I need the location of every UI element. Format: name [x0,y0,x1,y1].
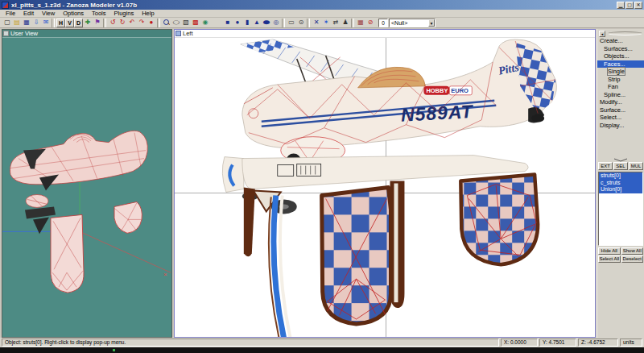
menu-file[interactable]: File [2,10,19,18]
application-window: xl_pitts_s_1.z3d - Zanoza Modeler v1.07b… [0,0,644,353]
ellipse-icon[interactable]: ◯ [171,19,181,25]
maximize-button[interactable]: ▢ [625,2,634,9]
panel-handle[interactable]: ◂ [597,30,644,37]
tree-item-fan[interactable]: Fan [597,83,644,91]
hide-button[interactable]: H [56,19,65,27]
disc-primitive-icon[interactable]: ⬤ [262,19,271,25]
tree-item-create[interactable]: Create... [597,37,644,45]
title-bar[interactable]: xl_pitts_s_1.z3d - Zanoza Modeler v1.07b… [0,0,644,10]
wireframe-wing[interactable] [51,214,84,293]
objects-list[interactable]: struts[0] c_struts Union[0] [598,172,643,246]
spin-left-icon[interactable]: ↶ [127,18,137,27]
viewport-user-titlebar[interactable]: User View [2,30,171,38]
tree-item-surfaces[interactable]: Surfaces... [597,45,644,53]
viewport-menu-icon[interactable] [3,31,9,36]
torus-primitive-icon[interactable]: ◎ [271,18,281,27]
viewport-left-canvas[interactable]: Pitts HOBBY EURO N589AT [175,38,595,337]
textured-scene: Pitts HOBBY EURO N589AT [175,38,595,337]
menu-bar: File Edit View Options Tools Plugins Hel… [0,10,644,18]
delete-icon[interactable]: ✕ [312,18,321,27]
tree-item-faces[interactable]: Faces... [597,60,644,69]
mul-mode-button[interactable]: MUL [629,162,643,170]
select-all-button[interactable]: Select All [598,255,621,263]
status-bar: Object: struts[0]. Right-click to displa… [0,338,644,347]
faces-mode-icon[interactable]: ▦ [356,18,365,27]
tree-item-single[interactable]: Single [597,68,644,76]
taskbar-indicator [113,349,115,351]
viewport-menu-icon[interactable] [175,31,181,36]
menu-edit[interactable]: Edit [19,10,38,18]
combo-dropdown-icon[interactable]: ▼ [428,19,435,27]
no-z-icon[interactable]: ⊘ [365,18,375,27]
viewport-left-titlebar[interactable]: Left [175,30,595,38]
menu-tools[interactable]: Tools [88,10,110,18]
visible-button[interactable]: V [65,19,74,27]
tree-item-surface[interactable]: Surface... [597,106,644,114]
import-icon[interactable]: ⇩ [31,18,41,27]
swap-icon[interactable]: ⇄ [331,18,341,27]
orbit-left-icon[interactable]: ↺ [108,18,118,27]
new-file-icon[interactable]: ▢ [2,18,12,27]
wireframe-scene: × [2,38,171,337]
tree-item-select[interactable]: Select... [597,114,644,122]
ext-mode-button[interactable]: EXT [598,162,613,170]
cone-primitive-icon[interactable]: ▲ [252,18,262,27]
decal-text-right: EURO [451,87,469,94]
minimize-button[interactable]: ▁ [617,2,625,9]
save-icon[interactable]: ▦ [22,18,31,27]
tree-item-objects[interactable]: Objects... [597,52,644,60]
open-folder-icon[interactable]: ▤ [12,18,22,27]
list-item[interactable]: struts[0] [599,172,642,180]
hide-all-button[interactable]: Hide All [598,247,621,255]
snap-icon[interactable]: ✚ [83,18,93,27]
world-icon[interactable]: ◉ [200,18,210,27]
circle-primitive-icon[interactable]: ⊙ [296,18,306,27]
list-item[interactable]: Union[0] [599,186,642,193]
orbit-right-icon[interactable]: ↻ [118,18,127,27]
viewport-user-canvas[interactable]: × [2,38,171,337]
decal-text-left: HOBBY [426,87,448,94]
magnifier-glyph [163,19,170,26]
desktop-strip [0,347,644,353]
panel-grip[interactable] [608,31,642,35]
tree-item-strip[interactable]: Strip [597,76,644,84]
viewport-left-title: Left [183,30,193,37]
cylinder-primitive-icon[interactable]: ▮ [242,18,252,27]
panel-filler [597,263,644,338]
viewport-left-view[interactable]: Left [174,29,596,338]
status-message: Object: struts[0]. Right-click to displa… [2,338,499,347]
spin-right-icon[interactable]: ↷ [137,18,147,27]
menu-help[interactable]: Help [138,10,158,18]
vector-flag-icon[interactable]: ⚑ [93,18,102,27]
send-icon[interactable]: ✉ [41,18,51,27]
panel-collapse-icon[interactable]: ◂ [599,31,605,37]
menu-view[interactable]: View [38,10,59,18]
value-spinner[interactable]: 0 [378,19,388,27]
cube-icon[interactable]: ▧ [181,18,191,27]
magnifier-icon[interactable] [162,18,171,27]
menu-plugins[interactable]: Plugins [110,10,138,18]
menu-options[interactable]: Options [59,10,88,18]
tree-item-display[interactable]: Display... [597,122,644,130]
sel-mode-button[interactable]: SEL [613,162,628,170]
list-item[interactable]: c_struts [599,180,642,187]
figure-icon[interactable]: ♟ [341,18,350,27]
viewport-user-view[interactable]: User View × [2,29,172,338]
star-icon[interactable]: ✶ [321,18,331,27]
red-sphere-icon[interactable]: ● [147,18,156,27]
status-y-coordinate: Y: 4.7501 [539,338,576,347]
plane-primitive-icon[interactable]: ▭ [287,18,296,27]
textured-cube-icon[interactable]: ▩ [191,18,200,27]
material-combo[interactable]: <Null> ▼ [389,19,436,27]
wireframe-wheelpant[interactable] [26,194,48,207]
tree-item-spline[interactable]: Spline... [597,91,644,99]
show-all-button[interactable]: Show All [621,247,644,255]
workspace: User View × [0,28,644,338]
command-panel: ◂ Create... Surfaces... Objects... Faces… [597,29,644,338]
detach-button[interactable]: D [74,19,83,27]
deselect-button[interactable]: Deselect [621,255,644,263]
close-button[interactable]: ✕ [634,2,642,9]
box-primitive-icon[interactable]: ■ [223,18,233,27]
tree-item-modify[interactable]: Modify... [597,98,644,106]
sphere-primitive-icon[interactable]: ● [233,18,242,27]
